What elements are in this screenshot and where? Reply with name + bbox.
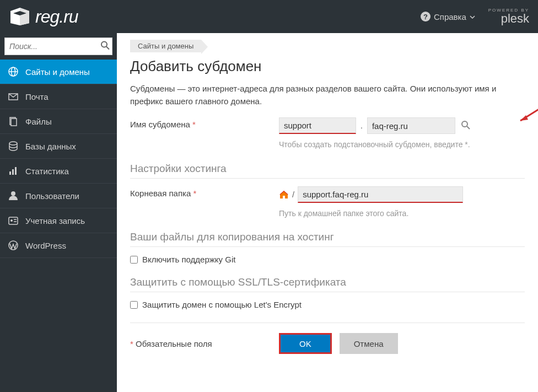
svg-line-20 — [520, 106, 538, 121]
nav-label: WordPress — [25, 241, 66, 250]
letsencrypt-checkbox-row[interactable]: Защитить домен с помощью Let's Encrypt — [130, 300, 525, 309]
nav-sites-domains[interactable]: Сайты и домены — [0, 60, 117, 84]
stats-icon — [8, 165, 19, 176]
nav-label: Учетная запись — [25, 216, 85, 225]
nav-stats[interactable]: Статистика — [0, 159, 117, 184]
nav-label: Файлы — [25, 117, 52, 126]
form-footer: * Обязательные поля OK Отмена — [130, 323, 525, 354]
search-icon[interactable] — [100, 41, 110, 52]
nav-label: Статистика — [25, 167, 69, 176]
svg-point-18 — [462, 121, 467, 127]
files-icon — [8, 116, 19, 127]
top-header: reg.ru ? Справка POWERED BY plesk — [0, 0, 538, 33]
svg-rect-7 — [11, 119, 17, 126]
search-box — [4, 37, 112, 55]
nav-wordpress[interactable]: WordPress — [0, 233, 117, 258]
nav-label: Пользователи — [25, 191, 79, 201]
svg-marker-21 — [520, 115, 528, 121]
svg-point-12 — [11, 191, 15, 196]
home-icon — [279, 190, 289, 200]
svg-rect-13 — [9, 217, 18, 224]
letsencrypt-label: Защитить домен с помощью Let's Encrypt — [142, 300, 302, 309]
page-title: Добавить субдомен — [130, 58, 525, 75]
nav-files[interactable]: Файлы — [0, 109, 117, 134]
dot-separator: . — [361, 121, 363, 130]
root-folder-row: Корневая папка * / Путь к домашней папке… — [130, 186, 525, 219]
database-icon — [8, 141, 19, 152]
chevron-down-icon — [470, 12, 475, 22]
subdomain-hint: Чтобы создать подстановочный субдомен, в… — [279, 139, 525, 151]
svg-point-0 — [101, 42, 107, 47]
ssl-heading: Защитить с помощью SSL/TLS-сертификата — [130, 276, 525, 292]
hosting-heading: Настройки хостинга — [130, 163, 525, 179]
required-note: * Обязательные поля — [130, 339, 279, 348]
svg-point-14 — [10, 219, 13, 222]
root-folder-input[interactable] — [298, 186, 463, 203]
svg-line-19 — [467, 126, 470, 129]
globe-icon — [8, 66, 19, 77]
copy-files-heading: Ваши файлы для копирования на хостинг — [130, 231, 525, 247]
letsencrypt-checkbox[interactable] — [130, 301, 138, 309]
logo-icon — [9, 7, 31, 26]
user-icon — [8, 190, 19, 201]
nav-mail[interactable]: Почта — [0, 84, 117, 109]
domain-input[interactable] — [367, 117, 455, 134]
cancel-button[interactable]: Отмена — [340, 333, 398, 354]
nav: Сайты и домены Почта Файлы Базы данных С… — [0, 60, 117, 258]
subdomain-label: Имя субдомена * — [130, 117, 279, 129]
header-right: ? Справка POWERED BY plesk — [421, 8, 529, 25]
nav-label: Сайты и домены — [25, 67, 90, 77]
root-folder-hint: Путь к домашней папке этого сайта. — [279, 208, 525, 219]
wordpress-icon — [8, 240, 19, 251]
breadcrumb[interactable]: Сайты и домены — [130, 40, 201, 52]
subdomain-row: Имя субдомена * . Чтобы создать подстано… — [130, 117, 525, 151]
svg-rect-11 — [15, 167, 17, 175]
svg-point-8 — [9, 142, 17, 145]
nav-users[interactable]: Пользователи — [0, 184, 117, 208]
sidebar: Сайты и домены Почта Файлы Базы данных С… — [0, 33, 117, 392]
main-content: Сайты и домены Добавить субдомен Субдоме… — [117, 33, 538, 392]
git-label: Включить поддержку Git — [142, 255, 235, 264]
git-checkbox[interactable] — [130, 256, 138, 264]
ok-button[interactable]: OK — [279, 333, 332, 354]
account-icon — [8, 215, 19, 226]
help-icon: ? — [421, 12, 431, 22]
search-input[interactable] — [4, 37, 112, 55]
root-folder-label: Корневая папка * — [130, 186, 279, 198]
subdomain-input[interactable] — [279, 117, 356, 134]
help-link[interactable]: ? Справка — [421, 12, 475, 22]
nav-account[interactable]: Учетная запись — [0, 208, 117, 233]
nav-label: Почта — [25, 92, 49, 101]
svg-rect-9 — [9, 171, 11, 175]
logo[interactable]: reg.ru — [9, 7, 78, 27]
logo-text: reg.ru — [35, 7, 78, 27]
powered-by: POWERED BY plesk — [488, 8, 529, 25]
mail-icon — [8, 91, 19, 102]
page-intro: Субдомены — это интернет-адреса для разн… — [130, 83, 525, 108]
help-label: Справка — [434, 12, 466, 22]
slash: / — [292, 190, 294, 199]
svg-line-1 — [106, 47, 109, 50]
domain-lookup-icon[interactable] — [461, 120, 471, 132]
svg-rect-10 — [12, 169, 14, 175]
git-checkbox-row[interactable]: Включить поддержку Git — [130, 255, 525, 264]
nav-label: Базы данных — [25, 142, 76, 151]
nav-databases[interactable]: Базы данных — [0, 134, 117, 159]
